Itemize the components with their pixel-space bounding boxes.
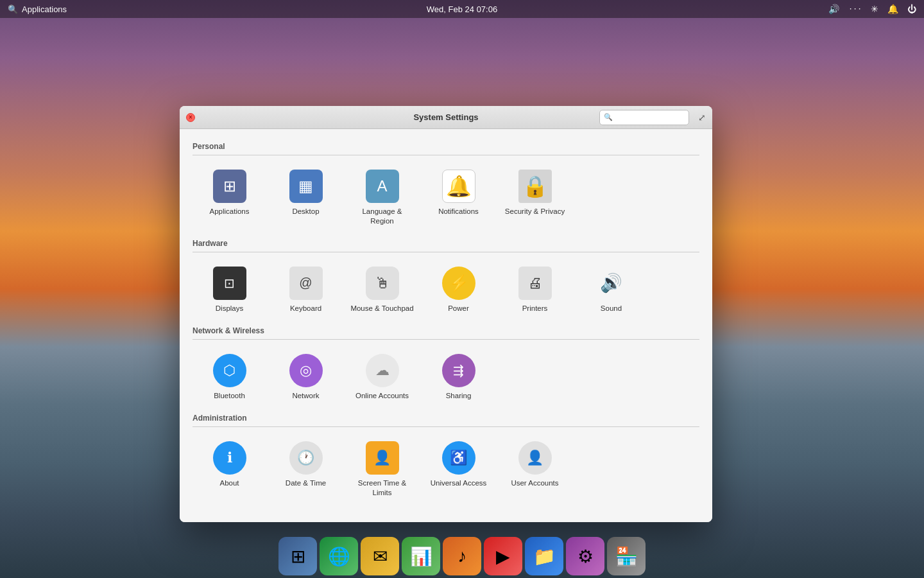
expand-button[interactable]: ⤢ [698,112,706,123]
section-divider-network-&-wireless [193,339,699,340]
settings-item-power[interactable]: ⚡Power [422,260,495,320]
dock-item-music[interactable]: ♪ [443,537,481,575]
desktop-label: Desktop [292,207,319,216]
settings-item-notifications[interactable]: 🔔Notifications [422,163,495,232]
settings-item-universal[interactable]: ♿Universal Access [422,435,495,504]
keyboard-label: Keyboard [290,304,321,313]
settings-window: × System Settings 🔍 ⤢ Personal⊞Applicati… [180,106,712,522]
universal-label: Universal Access [431,478,487,488]
bluetooth-label: Bluetooth [214,391,245,401]
universal-icon: ♿ [442,441,475,475]
sound-icon: 🔊 [595,267,628,300]
close-button[interactable]: × [186,113,195,122]
window-title: System Settings [413,112,478,122]
section-grid-administration: ℹAbout🕐Date & Time👤Screen Time & Limits♿… [193,435,699,504]
dock-item-mail[interactable]: ✉ [361,537,399,575]
online-accounts-icon: ☁ [366,354,399,387]
section-divider-hardware [193,252,699,252]
displays-icon: ⊡ [213,267,246,300]
displays-label: Displays [216,304,243,313]
section-grid-network-&-wireless: ⬡Bluetooth◎Network☁Online Accounts⇶Shari… [193,347,699,407]
settings-item-network[interactable]: ◎Network [269,347,343,407]
topbar-left: 🔍 Applications [8,4,67,14]
screentime-label: Screen Time & Limits [350,478,414,498]
section-grid-personal: ⊞Applications▦DesktopALanguage & Region🔔… [193,163,699,232]
settings-item-language[interactable]: ALanguage & Region [345,163,419,232]
security-icon: 🔒 [518,170,552,203]
section-label-personal: Personal [193,142,699,151]
dock-item-settings[interactable]: ⚙ [566,537,604,575]
settings-item-mouse[interactable]: 🖱Mouse & Touchpad [345,260,419,320]
bluetooth-icon[interactable]: ✳ [871,4,878,14]
printers-icon: 🖨 [518,267,552,300]
settings-item-datetime[interactable]: 🕐Date & Time [269,435,343,504]
dock-item-store[interactable]: 🏪 [607,537,646,575]
applications-icon: ⊞ [213,170,246,203]
language-label: Language & Region [350,207,414,226]
desktop-icon: ▦ [289,170,323,203]
settings-item-applications[interactable]: ⊞Applications [193,163,266,232]
useraccounts-label: User Accounts [511,478,558,488]
applications-label[interactable]: Applications [22,4,67,14]
sound-label: Sound [601,304,622,313]
section-divider-administration [193,426,699,427]
search-icon: 🔍 [8,4,18,14]
volume-icon[interactable]: 🔊 [828,4,839,14]
online-accounts-label: Online Accounts [355,391,409,401]
settings-item-printers[interactable]: 🖨Printers [498,260,572,320]
search-bar-icon: 🔍 [604,113,613,121]
topbar-datetime: Wed, Feb 24 07:06 [427,4,497,14]
titlebar: × System Settings 🔍 ⤢ [180,106,712,129]
dock-item-spreadsheet[interactable]: 📊 [402,537,440,575]
topbar-right: 🔊 ⬝⬝⬝ ✳ 🔔 ⏻ [828,4,916,14]
sharing-label: Sharing [446,391,472,401]
settings-item-displays[interactable]: ⊡Displays [193,260,266,320]
search-bar[interactable]: 🔍 [599,110,689,125]
settings-item-screentime[interactable]: 👤Screen Time & Limits [345,435,419,504]
sharing-icon: ⇶ [442,354,475,387]
power-label: Power [448,304,469,313]
dock-item-video[interactable]: ▶ [484,537,522,575]
keyboard-shortcut-icon[interactable]: ⬝⬝⬝ [848,4,862,13]
notifications-icon: 🔔 [442,170,475,203]
settings-item-keyboard[interactable]: @Keyboard [269,260,343,320]
settings-item-bluetooth[interactable]: ⬡Bluetooth [193,347,266,407]
notification-bell-icon[interactable]: 🔔 [887,4,898,14]
section-grid-hardware: ⊡Displays@Keyboard🖱Mouse & Touchpad⚡Powe… [193,260,699,320]
settings-item-online-accounts[interactable]: ☁Online Accounts [345,347,419,407]
about-label: About [219,478,239,488]
topbar: 🔍 Applications Wed, Feb 24 07:06 🔊 ⬝⬝⬝ ✳… [0,0,924,18]
settings-item-desktop[interactable]: ▦Desktop [269,163,343,232]
network-label: Network [292,391,319,401]
settings-item-sharing[interactable]: ⇶Sharing [422,347,495,407]
mouse-label: Mouse & Touchpad [350,304,413,313]
power-icon: ⚡ [442,267,475,300]
section-divider-personal [193,155,699,155]
bluetooth-icon: ⬡ [213,354,246,387]
titlebar-controls: × [186,113,225,122]
power-icon[interactable]: ⏻ [907,4,916,14]
dock-item-app-grid[interactable]: ⊞ [278,537,317,575]
mouse-icon: 🖱 [366,267,399,300]
datetime-icon: 🕐 [289,441,323,475]
datetime-label: Date & Time [286,478,326,488]
keyboard-icon: @ [289,267,323,300]
network-icon: ◎ [289,354,323,387]
notifications-label: Notifications [438,207,479,216]
section-label-network-&-wireless: Network & Wireless [193,326,699,335]
settings-item-sound[interactable]: 🔊Sound [574,260,648,320]
settings-item-security[interactable]: 🔒Security & Privacy [498,163,572,232]
settings-content: Personal⊞Applications▦DesktopALanguage &… [180,129,712,522]
titlebar-right: 🔍 ⤢ [599,110,706,125]
section-label-hardware: Hardware [193,239,699,248]
search-input[interactable] [615,113,686,122]
settings-item-useraccounts[interactable]: 👤User Accounts [498,435,572,504]
applications-label: Applications [209,207,249,216]
settings-item-about[interactable]: ℹAbout [193,435,266,504]
dock-item-files[interactable]: 📁 [525,537,563,575]
about-icon: ℹ [213,441,246,475]
language-icon: A [366,170,399,203]
screentime-icon: 👤 [366,441,399,475]
useraccounts-icon: 👤 [518,441,552,475]
dock-item-browser[interactable]: 🌐 [320,537,358,575]
